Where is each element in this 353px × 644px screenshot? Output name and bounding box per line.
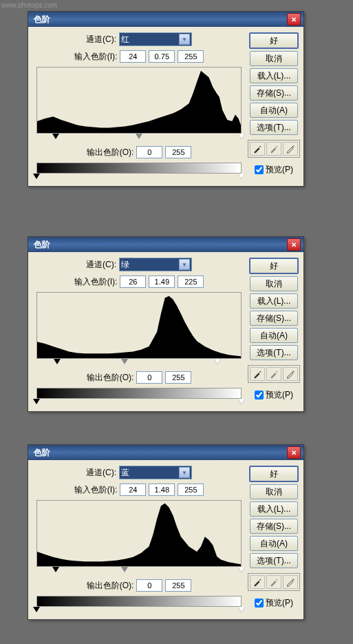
ok-button[interactable]: 好 (249, 32, 299, 49)
gamma-slider-icon[interactable] (121, 359, 128, 364)
save-button[interactable]: 存储(S)... (250, 85, 298, 101)
eyedropper-gray-icon[interactable] (266, 142, 281, 156)
input-shadow-field[interactable] (120, 276, 146, 288)
output-shadow-slider-icon[interactable] (33, 399, 40, 404)
highlight-slider-icon[interactable] (214, 359, 221, 364)
output-gradient (36, 596, 242, 607)
options-button[interactable]: 选项(T)... (250, 553, 298, 568)
output-highlight-field[interactable] (165, 371, 191, 384)
close-icon[interactable]: ✕ (287, 238, 301, 251)
output-levels-label: 输出色阶(O): (87, 580, 134, 592)
input-slider[interactable] (36, 359, 242, 366)
histogram (36, 500, 242, 567)
input-gamma-field[interactable] (149, 276, 175, 288)
output-shadow-field[interactable] (136, 579, 162, 592)
dialog-title: 色阶 (31, 239, 50, 251)
output-levels-label: 输出色阶(O): (87, 372, 134, 384)
load-button[interactable]: 载入(L)... (250, 68, 298, 83)
shadow-slider-icon[interactable] (52, 567, 59, 572)
chevron-down-icon[interactable]: ▼ (179, 259, 190, 270)
input-shadow-field[interactable] (120, 50, 146, 63)
load-button[interactable]: 载入(L)... (250, 501, 298, 517)
output-highlight-slider-icon[interactable] (238, 607, 245, 612)
eyedropper-gray-icon[interactable] (266, 575, 281, 589)
output-shadow-slider-icon[interactable] (33, 607, 40, 612)
gamma-slider-icon[interactable] (121, 567, 128, 572)
preview-checkbox-input[interactable] (255, 599, 264, 607)
output-highlight-field[interactable] (165, 146, 191, 158)
ok-button[interactable]: 好 (249, 466, 299, 482)
auto-button[interactable]: 自动(A) (250, 328, 298, 343)
input-slider[interactable] (36, 134, 242, 141)
eyedropper-black-icon[interactable] (250, 367, 265, 381)
output-slider[interactable] (36, 399, 242, 406)
shadow-slider-icon[interactable] (54, 359, 61, 364)
cancel-button[interactable]: 取消 (250, 276, 298, 291)
gamma-slider-icon[interactable] (136, 134, 142, 139)
eyedropper-white-icon[interactable] (283, 575, 298, 589)
input-gamma-field[interactable] (149, 484, 175, 496)
close-icon[interactable]: ✕ (287, 13, 301, 25)
ok-button[interactable]: 好 (249, 258, 299, 274)
chevron-down-icon[interactable]: ▼ (179, 467, 190, 478)
eyedropper-white-icon[interactable] (283, 142, 298, 156)
output-highlight-slider-icon[interactable] (238, 174, 245, 179)
shadow-slider-icon[interactable] (52, 134, 59, 139)
channel-select[interactable]: 红 ▼ (119, 32, 192, 46)
eyedropper-gray-icon[interactable] (266, 367, 281, 381)
output-gradient (36, 163, 242, 174)
options-button[interactable]: 选项(T)... (250, 120, 298, 135)
preview-checkbox[interactable]: 预览(P) (255, 389, 293, 401)
cancel-button[interactable]: 取消 (250, 484, 298, 499)
titlebar[interactable]: 色阶 ✕ (28, 445, 303, 460)
input-shadow-field[interactable] (120, 484, 146, 496)
options-button[interactable]: 选项(T)... (250, 345, 298, 360)
titlebar[interactable]: 色阶 ✕ (28, 12, 303, 27)
load-button[interactable]: 载入(L)... (250, 293, 298, 309)
watermark: www.photops.com (1, 1, 57, 9)
channel-select[interactable]: 绿 ▼ (119, 258, 192, 271)
input-slider[interactable] (36, 567, 242, 574)
eyedropper-black-icon[interactable] (250, 575, 265, 589)
titlebar[interactable]: 色阶 ✕ (28, 237, 303, 252)
preview-checkbox-input[interactable] (255, 391, 264, 399)
input-highlight-field[interactable] (178, 276, 204, 288)
output-highlight-slider-icon[interactable] (238, 399, 245, 404)
input-levels-label: 输入色阶(I): (74, 51, 118, 63)
eyedropper-group (248, 140, 300, 158)
save-button[interactable]: 存储(S)... (250, 311, 298, 326)
close-icon[interactable]: ✕ (287, 446, 301, 459)
output-gradient (36, 388, 242, 399)
channel-label: 通道(C): (86, 467, 116, 479)
preview-label: 预览(P) (266, 164, 293, 176)
eyedropper-group (248, 573, 300, 591)
output-shadow-slider-icon[interactable] (33, 174, 40, 179)
dialog-title: 色阶 (31, 447, 50, 459)
highlight-slider-icon[interactable] (238, 134, 245, 139)
preview-checkbox[interactable]: 预览(P) (255, 597, 293, 609)
chevron-down-icon[interactable]: ▼ (179, 34, 190, 45)
eyedropper-white-icon[interactable] (283, 367, 298, 381)
input-highlight-field[interactable] (178, 50, 204, 63)
output-slider[interactable] (36, 607, 242, 614)
output-shadow-field[interactable] (136, 146, 162, 158)
auto-button[interactable]: 自动(A) (250, 536, 298, 551)
input-gamma-field[interactable] (149, 50, 175, 63)
channel-select[interactable]: 蓝 ▼ (119, 466, 192, 479)
eyedropper-group (248, 365, 300, 383)
preview-label: 预览(P) (266, 389, 293, 401)
output-slider[interactable] (36, 174, 242, 180)
highlight-slider-icon[interactable] (238, 567, 245, 572)
cancel-button[interactable]: 取消 (250, 51, 298, 66)
preview-checkbox-input[interactable] (255, 165, 264, 174)
input-highlight-field[interactable] (178, 484, 204, 496)
channel-label: 通道(C): (86, 259, 116, 271)
preview-checkbox[interactable]: 预览(P) (255, 164, 293, 176)
output-shadow-field[interactable] (136, 371, 162, 384)
save-button[interactable]: 存储(S)... (250, 519, 298, 534)
histogram (36, 292, 242, 359)
output-highlight-field[interactable] (165, 579, 191, 592)
auto-button[interactable]: 自动(A) (250, 103, 298, 118)
eyedropper-black-icon[interactable] (250, 142, 265, 156)
channel-value: 绿 (121, 259, 129, 271)
